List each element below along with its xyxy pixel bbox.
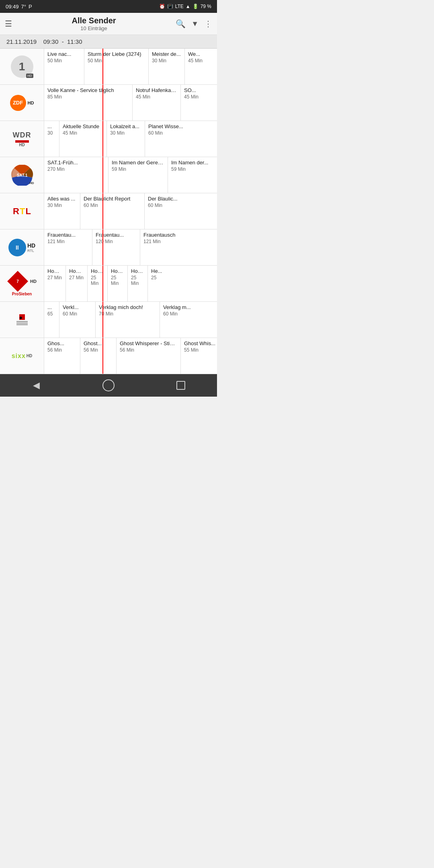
program-cell[interactable]: Ghos... 56 Min [44,338,80,374]
program-cell[interactable]: Der Blaulic... 60 Min [145,193,193,229]
channel-logo-rtl2[interactable]: II HD RTL [0,229,44,265]
time-indicator [102,338,103,374]
home-button[interactable] [96,378,121,393]
program-cell[interactable]: Verklag m... 60 Min [160,302,200,338]
channel-logo-sixx[interactable]: sixx HD [0,338,44,374]
channel-logo-zdf[interactable]: ZDF HD [0,85,44,121]
program-cell[interactable]: How I M... 25 Min [128,266,148,301]
channel-row-kabel1: ● ... 65 Verkl... 60 Min Verklag mich do… [0,302,217,338]
program-cell[interactable]: Verklag mich doch! 70 Min [96,302,160,338]
programs-zdf: Volle Kanne - Service täglich 85 Min Not… [44,85,217,121]
program-cell[interactable]: How I... 27 Min [66,266,88,301]
status-parking: P [29,4,32,10]
channel-row-rtl: R T L Alles was ... 30 Min Der Blaulicht… [0,193,217,229]
channel-logo-sat1[interactable]: SAT.1 HD [0,157,44,193]
top-bar: ☰ Alle Sender 10 Einträge 🔍 ▼ ⋮ [0,13,217,35]
sixx-logo: sixx HD [12,352,33,360]
bottom-nav: ◀ [0,374,217,397]
channel-row-pro7: 7 HD ProSieben How ... 27 Min How I... 2… [0,266,217,302]
channel-logo-das-erste[interactable]: 1 HD [0,49,44,84]
program-cell[interactable]: SO... 45 Min [181,85,213,121]
vibrate-icon: 📳 [167,4,173,9]
channel-logo-pro7[interactable]: 7 HD ProSieben [0,266,44,301]
program-cell[interactable]: Alles was ... 30 Min [44,193,80,229]
battery-percent: 79 % [201,4,211,9]
channel-logo-rtl[interactable]: R T L [0,193,44,229]
status-temp: 7° [21,4,26,10]
program-cell[interactable]: How ... 27 Min [44,266,66,301]
programs-rtl2: Frauentau... 121 Min Frauentau... 120 Mi… [44,229,217,265]
sat1-logo-svg: SAT.1 HD [10,165,34,186]
program-cell[interactable]: Frauentausch 121 Min [140,229,205,265]
status-bar: 09:49 7° P ⏰ 📳 LTE ▲ 🔋 79 % [0,0,217,13]
program-cell[interactable]: Der Blaulicht Report 60 Min [80,193,145,229]
wdr-logo: WDR HD [13,131,31,147]
programs-sixx: Ghos... 56 Min Ghost... 56 Min Ghost Whi… [44,338,217,374]
filter-button[interactable]: ▼ [191,20,199,28]
program-cell[interactable]: We... 45 Min [185,49,217,84]
channel-grid: 1 HD Live nac... 50 Min Sturm der Liebe … [0,49,217,374]
program-cell[interactable]: Verkl... 60 Min [59,302,96,338]
time-indicator [102,121,103,157]
rtl2-logo: II HD RTL [8,239,35,256]
program-cell[interactable]: Frauentau... 120 Min [92,229,140,265]
program-cell[interactable]: Sturm der Liebe (3274) 50 Min [84,49,149,84]
app-title-block: Alle Sender 10 Einträge [16,16,172,31]
program-cell[interactable]: Ghost... 56 Min [80,338,117,374]
time-indicator [102,157,103,193]
program-cell[interactable]: How I M... 25 Min [88,266,108,301]
program-cell[interactable]: Volle Kanne - Service täglich 85 Min [44,85,133,121]
alarm-icon: ⏰ [159,4,165,9]
program-cell[interactable]: Notruf Hafenkante 45 Min [133,85,181,121]
channel-row-sat1: SAT.1 HD SAT.1-Früh... 270 Min Im Namen … [0,157,217,193]
pro7-logo: 7 HD ProSieben [7,271,37,296]
program-cell[interactable]: Meister de... 30 Min [149,49,185,84]
svg-text:HD: HD [29,181,34,185]
time-indicator [102,266,103,301]
more-button[interactable]: ⋮ [204,19,212,29]
back-button[interactable]: ◀ [24,378,48,393]
program-cell[interactable]: Live nac... 50 Min [44,49,84,84]
program-cell[interactable]: Frauentau... 121 Min [44,229,92,265]
time-indicator [102,229,103,265]
programs-sat1: SAT.1-Früh... 270 Min Im Namen der Gerec… [44,157,217,193]
program-cell[interactable]: ... 65 [44,302,59,338]
program-cell[interactable]: Im Namen der... 59 Min [168,157,216,193]
date-display: 21.11.2019 [6,38,37,45]
status-time: 09:49 [6,4,19,10]
program-cell[interactable]: He... 25 [148,266,168,301]
search-button[interactable]: 🔍 [176,19,186,29]
program-cell[interactable]: Lokalzeit a... 30 Min [107,121,145,157]
program-cell[interactable]: ... 30 [44,121,59,157]
program-cell[interactable]: Im Namen der Gerechtigkeit... 59 Min [108,157,168,193]
time-indicator [102,193,103,229]
svg-text:SAT.1: SAT.1 [16,173,27,178]
menu-button[interactable]: ☰ [5,19,12,29]
channel-row-sixx: sixx HD Ghos... 56 Min Ghost... 56 Min G… [0,338,217,374]
time-indicator [102,302,103,338]
programs-das-erste: Live nac... 50 Min Sturm der Liebe (3274… [44,49,217,84]
program-cell[interactable]: How I M... 25 Min [108,266,128,301]
channel-logo-kabel1[interactable]: ● [0,302,44,338]
channel-row-rtl2: II HD RTL Frauentau... 121 Min Frauentau… [0,229,217,266]
programs-kabel1: ... 65 Verkl... 60 Min Verklag mich doch… [44,302,217,338]
top-bar-actions: 🔍 ▼ ⋮ [176,19,212,29]
entry-count: 10 Einträge [16,25,172,31]
program-cell[interactable]: Ghost Whis... 55 Min [181,338,217,374]
channel-logo-wdr[interactable]: WDR HD [0,121,44,157]
app-title: Alle Sender [16,16,172,25]
lte-icon: LTE [175,4,184,9]
recent-button[interactable] [169,378,193,393]
channel-row-das-erste: 1 HD Live nac... 50 Min Sturm der Liebe … [0,49,217,85]
programs-rtl: Alles was ... 30 Min Der Blaulicht Repor… [44,193,217,229]
program-cell[interactable]: SAT.1-Früh... 270 Min [44,157,108,193]
program-cell[interactable]: Ghost Whisperer - Stimm... 56 Min [117,338,181,374]
program-cell[interactable]: Aktuelle Stunde 45 Min [59,121,107,157]
time-indicator [102,85,103,121]
battery-icon: 🔋 [192,4,199,9]
program-cell[interactable]: Planet Wisse... 60 Min [145,121,193,157]
zdf-logo: ZDF HD [10,95,34,111]
signal-icon: ▲ [186,4,190,9]
programs-pro7: How ... 27 Min How I... 27 Min How I M..… [44,266,217,301]
time-to: 11:30 [67,38,82,45]
